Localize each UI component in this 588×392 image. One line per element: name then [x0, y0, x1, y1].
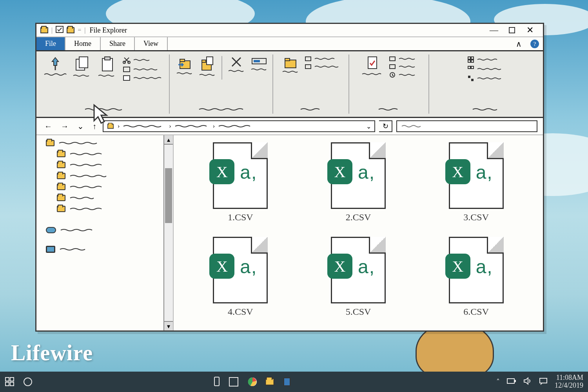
file-item[interactable]: Xa, 2.CSV	[331, 142, 386, 223]
paste-shortcut-button[interactable]	[123, 75, 164, 81]
taskbar-app[interactable]	[281, 376, 292, 387]
delete-button[interactable]	[228, 56, 245, 73]
forward-button[interactable]: →	[58, 121, 71, 132]
taskbar-explorer[interactable]	[266, 379, 274, 385]
svg-rect-44	[515, 380, 516, 382]
tree-item[interactable]	[57, 151, 171, 157]
pin-button[interactable]	[44, 56, 67, 76]
taskbar-clock[interactable]: 11:08AM 12/4/2019	[555, 374, 583, 390]
minimize-button[interactable]: —	[485, 25, 503, 36]
file-label: 4.CSV	[228, 307, 253, 317]
collapse-ribbon-button[interactable]: ∧	[511, 37, 526, 50]
tree-root[interactable]	[46, 140, 171, 146]
rename-button[interactable]	[250, 56, 268, 71]
edit-button[interactable]	[389, 64, 418, 69]
invert-selection-button[interactable]	[467, 75, 504, 82]
folder-icon[interactable]	[67, 27, 74, 33]
back-button[interactable]: ←	[42, 121, 54, 132]
folder-icon	[40, 27, 48, 33]
history-button[interactable]	[389, 72, 418, 78]
start-button[interactable]	[5, 377, 15, 387]
properties-button[interactable]	[361, 56, 383, 76]
tree-item[interactable]	[57, 206, 171, 212]
taskbar-chrome[interactable]	[247, 376, 258, 387]
window-title: File Explorer	[89, 26, 127, 34]
svg-rect-45	[540, 378, 547, 383]
breadcrumb-segment[interactable]	[174, 124, 210, 128]
easy-access-button[interactable]	[305, 64, 341, 69]
clock-date: 12/4/2019	[555, 382, 583, 390]
copy-to-button[interactable]	[199, 56, 216, 76]
select-all-button[interactable]	[467, 56, 504, 63]
scroll-down-button[interactable]: ▾	[164, 321, 173, 330]
svg-point-38	[24, 378, 32, 386]
ribbon-group-clipboard	[39, 54, 170, 114]
titlebar: | = | File Explorer — ✕	[36, 24, 543, 37]
select-none-button[interactable]	[467, 65, 504, 73]
taskbar-app[interactable]	[228, 376, 239, 387]
svg-rect-29	[471, 60, 474, 62]
move-to-button[interactable]	[176, 56, 193, 75]
tab-view[interactable]: View	[135, 37, 168, 50]
svg-rect-31	[471, 66, 474, 69]
file-item[interactable]: Xa, 1.CSV	[213, 142, 268, 223]
svg-rect-37	[10, 382, 14, 386]
scrollbar-track[interactable]	[164, 145, 173, 321]
tab-home[interactable]: Home	[65, 37, 101, 50]
new-item-button[interactable]	[305, 56, 341, 62]
search-input[interactable]	[396, 120, 537, 132]
breadcrumb-segment[interactable]	[218, 124, 253, 128]
cut-button[interactable]	[123, 56, 164, 64]
svg-rect-20	[305, 57, 311, 61]
svg-rect-10	[123, 76, 130, 80]
file-grid: Xa, 1.CSV Xa, 2.CSV Xa, 3.CSV Xa, 4.CSV …	[174, 135, 543, 330]
notifications-icon[interactable]	[539, 377, 548, 387]
chevron-right-icon: ›	[213, 123, 215, 130]
new-folder-button[interactable]	[282, 56, 299, 73]
tree-item[interactable]	[57, 184, 171, 190]
tray-chevron-up-icon[interactable]: ˄	[496, 377, 500, 386]
tree-item[interactable]	[57, 173, 171, 179]
file-item[interactable]: Xa, 5.CSV	[331, 237, 386, 317]
volume-icon[interactable]	[523, 377, 532, 387]
svg-rect-17	[254, 60, 260, 62]
battery-icon[interactable]	[507, 378, 516, 386]
close-button[interactable]: ✕	[521, 25, 539, 36]
file-item[interactable]: Xa, 3.CSV	[449, 142, 504, 223]
refresh-button[interactable]: ↻	[379, 120, 392, 132]
breadcrumb-segment[interactable]	[123, 124, 166, 128]
properties-icon[interactable]	[56, 26, 64, 34]
file-label: 3.CSV	[463, 212, 489, 223]
open-button[interactable]	[389, 56, 418, 62]
file-item[interactable]: Xa, 6.CSV	[449, 237, 504, 317]
svg-rect-6	[105, 57, 110, 60]
file-item[interactable]: Xa, 4.CSV	[213, 237, 268, 317]
tree-item[interactable]	[57, 162, 171, 168]
address-dropdown-button[interactable]: ⌄	[366, 123, 371, 130]
recent-locations-button[interactable]: ⌄	[75, 121, 86, 132]
svg-rect-39	[214, 377, 219, 386]
ribbon-tabs: File Home Share View ∧ ?	[36, 37, 543, 51]
content-area: ▴ ▾ Xa, 1.CSV Xa, 2.CSV Xa, 3.CSV Xa,	[36, 135, 543, 330]
maximize-button[interactable]	[503, 25, 521, 36]
cortana-button[interactable]	[23, 377, 33, 387]
tab-file[interactable]: File	[36, 37, 65, 50]
tree-onedrive[interactable]	[46, 227, 171, 233]
paste-button[interactable]	[98, 56, 117, 77]
scroll-up-button[interactable]: ▴	[164, 135, 173, 145]
tree-item[interactable]	[57, 195, 171, 201]
copy-path-button[interactable]	[123, 66, 164, 73]
scrollbar-thumb[interactable]	[165, 168, 172, 223]
taskbar-app[interactable]	[213, 376, 220, 387]
tree-this-pc[interactable]	[46, 246, 171, 253]
copy-button[interactable]	[73, 56, 92, 77]
separator: |	[84, 27, 85, 34]
svg-rect-43	[507, 379, 514, 383]
up-button[interactable]: ↑	[90, 121, 99, 132]
csv-file-icon: Xa,	[449, 237, 504, 303]
ribbon-group-select	[431, 54, 541, 114]
address-bar[interactable]: › › › ⌄	[103, 120, 375, 132]
tab-share[interactable]: Share	[101, 37, 135, 50]
svg-rect-9	[123, 67, 130, 72]
help-icon[interactable]: ?	[530, 40, 539, 48]
